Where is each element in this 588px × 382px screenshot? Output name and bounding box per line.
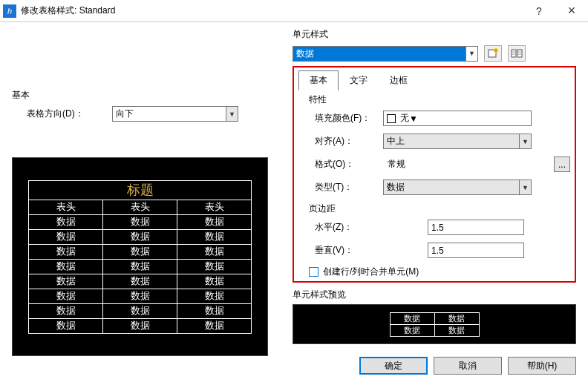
fill-color-label: 填充颜色(F)： <box>309 112 383 125</box>
format-value: 常规 <box>383 158 502 171</box>
properties-group: 特性 <box>309 94 327 105</box>
align-label: 对齐(A)： <box>309 135 383 148</box>
highlighted-section: 基本 文字 边框 特性 填充颜色(F)： 无 ▼ <box>293 66 576 283</box>
svg-rect-3 <box>517 50 522 57</box>
preview-data: 数据 <box>29 214 103 229</box>
app-icon: h <box>3 4 16 18</box>
fill-color-value: 无 <box>400 112 409 125</box>
cell-style-combo[interactable]: 数据 ▼ <box>293 46 478 62</box>
cell-preview-label: 单元样式预览 <box>293 289 576 301</box>
margins-group: 页边距 <box>309 203 336 214</box>
chevron-down-icon: ▼ <box>519 134 531 148</box>
chevron-down-icon: ▼ <box>226 107 238 121</box>
color-swatch-icon <box>387 114 396 123</box>
direction-value: 向下 <box>116 108 134 120</box>
merge-checkbox[interactable] <box>309 267 318 277</box>
fill-color-combo[interactable]: 无 ▼ <box>383 111 532 126</box>
close-button[interactable]: × <box>555 0 588 22</box>
help-button[interactable]: ? <box>523 0 555 22</box>
type-combo[interactable]: 数据 ▼ <box>383 180 532 195</box>
format-label: 格式(O)： <box>309 158 383 171</box>
manage-style-button[interactable] <box>508 45 526 62</box>
align-combo[interactable]: 中上 ▼ <box>383 134 532 149</box>
chevron-down-icon: ▼ <box>409 113 418 124</box>
vert-margin-input[interactable] <box>428 243 524 258</box>
chevron-down-icon: ▼ <box>466 47 477 61</box>
horiz-margin-label: 水平(Z)： <box>309 221 428 234</box>
new-style-button[interactable] <box>484 45 502 62</box>
horiz-margin-input[interactable] <box>428 220 524 235</box>
chevron-down-icon: ▼ <box>519 180 531 194</box>
type-value: 数据 <box>387 181 405 194</box>
titlebar: h 修改表格样式: Standard ? × <box>0 0 588 22</box>
tab-bar: 基本 文字 边框 <box>298 70 570 90</box>
align-value: 中上 <box>387 135 405 148</box>
tab-border[interactable]: 边框 <box>379 70 419 90</box>
cancel-button[interactable]: 取消 <box>434 357 502 375</box>
window-title: 修改表格样式: Standard <box>21 4 523 17</box>
ok-button[interactable]: 确定 <box>359 357 428 375</box>
help-button[interactable]: 帮助(H) <box>508 357 576 375</box>
table-direction-combo[interactable]: 向下 ▼ <box>112 106 238 122</box>
direction-label: 表格方向(D)： <box>12 108 112 120</box>
cell-style-value: 数据 <box>296 47 314 60</box>
preview-title: 标题 <box>29 180 252 200</box>
format-browse-button[interactable]: ... <box>554 157 570 172</box>
cell-style-group: 单元样式 <box>293 28 576 41</box>
type-label: 类型(T)： <box>309 181 383 194</box>
vert-margin-label: 垂直(V)： <box>309 244 428 257</box>
tab-basic[interactable]: 基本 <box>298 70 339 90</box>
basic-group-label: 基本 <box>12 89 287 102</box>
merge-label: 创建行/列时合并单元(M) <box>323 266 419 278</box>
tab-text[interactable]: 文字 <box>339 70 379 90</box>
table-preview: 标题 表头表头表头 数据数据数据 数据数据数据 数据数据数据 数据数据数据 数据… <box>12 157 268 356</box>
cell-style-preview: 数据数据 数据数据 <box>293 304 576 344</box>
preview-header: 表头 <box>29 200 103 214</box>
svg-rect-2 <box>512 50 516 57</box>
